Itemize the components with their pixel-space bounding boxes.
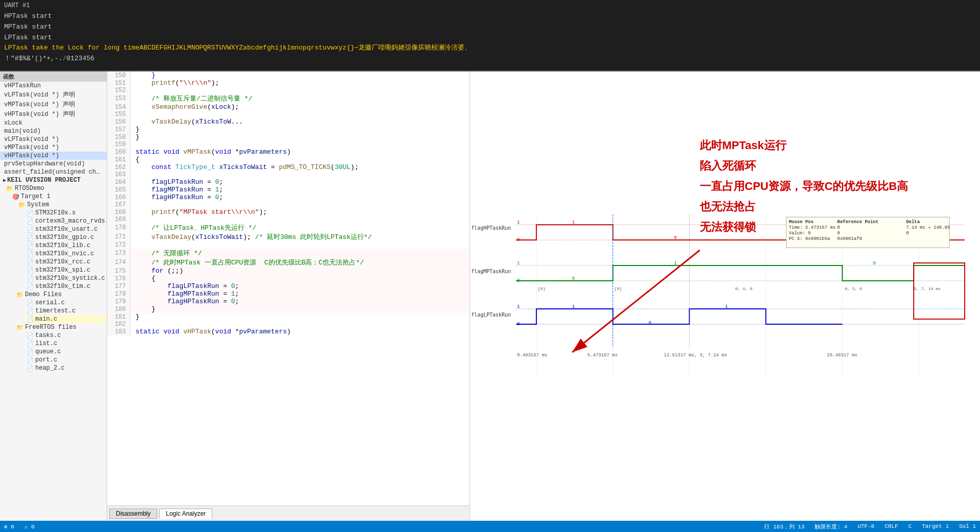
- line-num-181: 181: [107, 313, 130, 321]
- sidebar-item-assert[interactable]: assert_failed(unsigned char *, unsl...: [0, 168, 107, 176]
- svg-text:0.493167 ms: 0.493167 ms: [517, 353, 547, 358]
- tree-rtosaemo[interactable]: 📁 RTOSDemo: [4, 184, 107, 192]
- sidebar-item-vhptask[interactable]: vHPTask(void *): [0, 152, 107, 160]
- tree-tim[interactable]: 📄stm32f10x_tim.c: [24, 282, 107, 291]
- tree-timertest[interactable]: 📄timertest.c: [24, 307, 107, 315]
- code-line-174: 174 /* 此时MPTask 一直占用CPU资源 C的优先级比B高；C也无法抢…: [107, 258, 470, 267]
- svg-text:[0]: [0]: [538, 286, 545, 291]
- code-line-163: 163: [107, 171, 470, 178]
- sidebar-item-vhptask-decl[interactable]: vHPTask(void *) 声明: [0, 109, 107, 119]
- line-num-162: 162: [107, 163, 130, 171]
- sidebar-item-xlock[interactable]: xLock: [0, 119, 107, 127]
- tree-lib[interactable]: 📄stm32f10x_lib.c: [24, 241, 107, 250]
- line-num-173: 173: [107, 249, 130, 258]
- tree-spi[interactable]: 📄stm32f10x_spi.c: [24, 266, 107, 274]
- code-line-169: 169: [107, 216, 470, 223]
- svg-text:Time:  5.473167 ms: Time: 5.473167 ms: [789, 225, 836, 230]
- line-content-151: printf("\\r\\n");: [130, 79, 470, 87]
- line-content-152: [130, 87, 470, 94]
- tree-section-header[interactable]: ▶ KEIL UVISION PROJECT: [0, 176, 107, 184]
- tree-port[interactable]: 📄port.c: [24, 356, 107, 364]
- tree-mainc[interactable]: 📄 main.c: [24, 315, 107, 323]
- tree-list[interactable]: 📄list.c: [24, 340, 107, 348]
- line-num-163: 163: [107, 171, 130, 178]
- line-content-181: }: [130, 313, 470, 321]
- line-num-151: 151: [107, 79, 130, 87]
- tree-target-1[interactable]: 🎯 Target 1: [10, 192, 107, 201]
- code-table: 150 } 151 printf("\\r\\n"); 152 153 /: [107, 71, 470, 335]
- line-content-174: /* 此时MPTask 一直占用CPU资源 C的优先级比B高；C也无法抢占*/: [130, 258, 470, 267]
- code-line-180: 180 }: [107, 305, 470, 313]
- sidebar-item-prvsetup[interactable]: prvSetupHardware(void): [0, 160, 107, 168]
- tree-freertos-folder[interactable]: 📁 FreeRTOS files: [16, 323, 107, 331]
- code-line-166: 166 flagHPTaskRun = 0;: [107, 194, 470, 201]
- svg-text:7.14 ms = 140.05: 7.14 ms = 140.05: [906, 225, 950, 230]
- tree-heap2[interactable]: 📄heap_2.c: [24, 364, 107, 372]
- tree-usart[interactable]: 📄stm32f10x_usart.c: [24, 225, 107, 233]
- status-target: Target 1: [922, 523, 949, 529]
- line-num-176: 176: [107, 275, 130, 282]
- code-line-178: 178 flagMPTaskRun = 1;: [107, 290, 470, 298]
- file-icon-2: 📄: [27, 218, 34, 225]
- code-line-173: 173 /* 无限循环 */: [107, 249, 470, 258]
- logic-analyzer-svg: flagHPTaskRun flagMPTaskRun flagLPTaskRu…: [470, 71, 980, 521]
- svg-text:1: 1: [517, 220, 520, 225]
- line-num-170: 170: [107, 223, 130, 232]
- svg-text:PC S:  0x0001b5a: PC S: 0x0001b5a: [789, 236, 830, 241]
- svg-text:flagMPTaskRun: flagMPTaskRun: [471, 269, 511, 274]
- tree-system-folder[interactable]: 📁 System: [16, 201, 107, 209]
- code-line-171: 171 vTaskDelay(xTicksToWait); /* 延时30ms …: [107, 232, 470, 241]
- line-num-161: 161: [107, 156, 130, 163]
- sidebar-item-vmptask[interactable]: vMPTask(void *): [0, 143, 107, 152]
- svg-text:1: 1: [517, 261, 520, 266]
- tab-disassembly[interactable]: Disassembly: [109, 509, 157, 519]
- svg-text:0: 0: [674, 235, 677, 240]
- code-line-176: 176 {: [107, 275, 470, 282]
- tree-rcc[interactable]: 📄stm32f10x_rcc.c: [24, 258, 107, 266]
- sidebar-item-vhptaskrun[interactable]: vHPTaskRun: [0, 82, 107, 90]
- tree-cortexm3[interactable]: 📄cortexm3_macro_rvds.s: [24, 217, 107, 225]
- sidebar-item-vlptask[interactable]: vLPTask(void *): [0, 135, 107, 143]
- line-content-180: }: [130, 305, 470, 313]
- svg-text:Reference Point: Reference Point: [837, 220, 878, 225]
- keil-header: KEIL UVISION PROJECT: [7, 177, 81, 184]
- svg-text:1: 1: [572, 304, 575, 309]
- line-content-183: static void vHPTask(void *pvParameters): [130, 328, 470, 335]
- svg-text:1: 1: [725, 304, 728, 309]
- status-warning: ⚠ 0: [24, 523, 35, 530]
- line-content-162: const TickType_t xTicksToWait = pdMS_TO_…: [130, 163, 470, 171]
- line-num-160: 160: [107, 148, 130, 156]
- sidebar-item-main[interactable]: main(void): [0, 127, 107, 135]
- sidebar-item-vlptask-decl[interactable]: vLPTask(void *) 声明: [0, 90, 107, 100]
- status-lineending: CRLF: [885, 523, 898, 529]
- code-line-179: 179 flagHPTaskRun = 0;: [107, 298, 470, 305]
- line-num-183: 183: [107, 328, 130, 335]
- file-icon-9: 📄: [27, 275, 34, 282]
- code-line-182: 182: [107, 321, 470, 328]
- code-line-162: 162 const TickType_t xTicksToWait = pdMS…: [107, 163, 470, 171]
- line-num-175: 175: [107, 267, 130, 275]
- line-num-158: 158: [107, 133, 130, 141]
- line-content-157: }: [130, 126, 470, 133]
- code-editor[interactable]: 150 } 151 printf("\\r\\n"); 152 153 /: [107, 71, 470, 505]
- tree-systick[interactable]: 📄stm32f10x_systick.c: [24, 274, 107, 282]
- tree-demo-folder[interactable]: 📁 Demo Files: [16, 291, 107, 299]
- line-content-155: [130, 111, 470, 118]
- tree-serial[interactable]: 📄serial.c: [24, 299, 107, 307]
- file-icon-16: 📄: [27, 349, 34, 355]
- tab-logic-analyzer[interactable]: Logic Analyzer: [159, 509, 212, 519]
- line-num-172: 172: [107, 241, 130, 249]
- line-num-177: 177: [107, 282, 130, 290]
- line-num-171: 171: [107, 232, 130, 241]
- tree-tasks[interactable]: 📄tasks.c: [24, 331, 107, 340]
- tree-gpio[interactable]: 📄stm32f10x_gpio.c: [24, 233, 107, 241]
- code-editor-area[interactable]: 150 } 151 printf("\\r\\n"); 152 153 /: [107, 71, 470, 521]
- line-content-176: {: [130, 275, 470, 282]
- line-content-153: /* 释放互斥量/二进制信号量 */: [130, 94, 470, 103]
- tree-stm32f10xs[interactable]: 📄STM32F10x.s: [24, 209, 107, 217]
- logic-analyzer[interactable]: flagHPTaskRun flagMPTaskRun flagLPTaskRu…: [470, 71, 980, 521]
- code-line-150: 150 }: [107, 71, 470, 79]
- tree-nvic[interactable]: 📄stm32f10x_nvic.c: [24, 250, 107, 258]
- tree-queue[interactable]: 📄queue.c: [24, 348, 107, 356]
- sidebar-item-vmptask-decl[interactable]: vMPTask(void *) 声明: [0, 100, 107, 109]
